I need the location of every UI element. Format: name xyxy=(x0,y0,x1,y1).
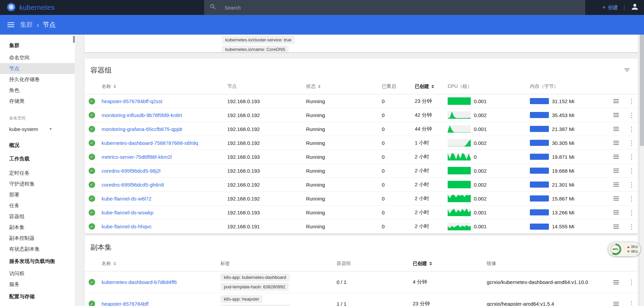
sidebar-item-persistent-volumes[interactable]: 持久化存储卷 xyxy=(0,74,75,85)
kebab-menu-icon[interactable]: ⋮ xyxy=(626,97,638,105)
pod-name-link[interactable]: kube-flannel-ds-w6l72 xyxy=(102,196,151,202)
pod-name-link[interactable]: monitoring-grafana-65ccfb675-qpjdr xyxy=(102,126,182,132)
replica-set-name-link[interactable]: heapster-8576784bff xyxy=(102,301,148,306)
hamburger-menu-icon[interactable] xyxy=(7,22,14,27)
kebab-menu-icon[interactable]: ⋮ xyxy=(626,167,638,175)
logs-icon[interactable] xyxy=(613,183,626,187)
column-header-status[interactable]: 状态 xyxy=(303,83,379,90)
sort-icon xyxy=(318,85,321,88)
pod-name-link[interactable]: metrics-server-75d6ff86f-kkm2l xyxy=(102,154,172,160)
column-header-labels: 标签 xyxy=(218,261,334,267)
column-header-name[interactable]: 名称 xyxy=(99,83,225,90)
kebab-menu-icon[interactable]: ⋮ xyxy=(626,111,638,119)
pod-age: 2 小时 xyxy=(412,223,445,230)
replica-set-pods: 1 / 1 xyxy=(334,301,410,306)
status-ok-icon: ✓ xyxy=(89,301,95,306)
scrollbar-thumb[interactable] xyxy=(640,35,644,146)
sidebar-item-daemon-sets[interactable]: 守护进程集 xyxy=(0,178,75,189)
kebab-menu-icon[interactable]: ⋮ xyxy=(626,209,638,216)
logs-icon[interactable] xyxy=(613,225,626,229)
sidebar-scrollbar-thumb[interactable] xyxy=(73,36,75,43)
sidebar-item-storage-classes[interactable]: 存储类 xyxy=(0,96,75,107)
download-arrow-icon xyxy=(627,251,630,253)
column-header-cpu: CPU（核） xyxy=(445,83,527,90)
pod-name-link[interactable]: coredns-695f96dcd5-98j2l xyxy=(102,168,160,174)
pod-mem-value: 15.867 Mi xyxy=(552,196,574,202)
kebab-menu-icon[interactable]: ⋮ xyxy=(626,223,638,230)
memory-bar xyxy=(530,98,549,104)
search-input[interactable] xyxy=(225,5,547,11)
pod-cpu-value: 0.001 xyxy=(474,98,487,104)
logs-icon[interactable] xyxy=(613,280,626,284)
logs-icon[interactable] xyxy=(613,155,626,159)
sidebar-item-jobs[interactable]: 任务 xyxy=(0,200,75,211)
cpu-sparkline xyxy=(448,139,471,147)
pod-name-link[interactable]: coredns-695f96dcd5-gh6n8 xyxy=(102,182,164,188)
memory-bar xyxy=(530,126,549,132)
sidebar-item-services[interactable]: 服务 xyxy=(0,279,75,290)
column-header-created[interactable]: 已创建 xyxy=(412,83,445,90)
pod-name-link[interactable]: kube-flannel-ds-wswkp xyxy=(102,210,154,215)
sidebar-item-replica-sets[interactable]: 副本集 xyxy=(0,222,75,233)
pod-restarts: 0 xyxy=(379,224,412,229)
kebab-menu-icon[interactable]: ⋮ xyxy=(626,125,638,133)
kebab-menu-icon[interactable]: ⋮ xyxy=(626,195,638,203)
pod-row: ✓ kube-flannel-ds-hhqvc 192.168.0.191 Ru… xyxy=(85,219,638,233)
column-header-name[interactable]: 名称 xyxy=(99,261,218,267)
breadcrumb-cluster[interactable]: 集群 xyxy=(20,20,33,29)
namespace-selector[interactable]: kube-system ▾ xyxy=(0,122,75,136)
replica-set-age: 4 分钟 xyxy=(410,279,484,285)
sidebar-item-replication-controllers[interactable]: 副本控制器 xyxy=(0,233,75,244)
download-speed: 0K/s xyxy=(631,250,638,253)
pod-mem-value: 14.555 Mi xyxy=(552,224,574,229)
sidebar-item-ingresses[interactable]: 访问权 xyxy=(0,268,75,279)
kebab-menu-icon[interactable]: ⋮ xyxy=(626,300,638,306)
logs-icon[interactable] xyxy=(613,302,626,306)
label-chip: kubernetes.io/name: CoreDNS xyxy=(222,45,289,52)
pod-restarts: 0 xyxy=(379,168,412,174)
upload-arrow-icon xyxy=(627,246,630,248)
kebab-menu-icon[interactable]: ⋮ xyxy=(626,181,638,189)
user-avatar-icon[interactable] xyxy=(630,2,639,13)
logs-icon[interactable] xyxy=(613,141,626,145)
sidebar-item-deployments[interactable]: 部署 xyxy=(0,189,75,200)
sidebar-item-roles[interactable]: 角色 xyxy=(0,85,75,96)
brand[interactable]: kubernetes xyxy=(0,2,55,13)
pod-status: Running xyxy=(303,210,379,215)
kebab-menu-icon[interactable]: ⋮ xyxy=(626,139,638,147)
pod-cpu-value: 0.002 xyxy=(474,196,487,202)
sidebar-item-nodes[interactable]: 节点 xyxy=(0,63,75,74)
pod-node: 192.168.0.192 xyxy=(225,140,303,146)
kebab-menu-icon[interactable]: ⋮ xyxy=(626,278,638,286)
pod-name-link[interactable]: kube-flannel-ds-hhqvc xyxy=(102,224,152,229)
sidebar-item-overview[interactable]: 概况 xyxy=(0,138,75,152)
logs-icon[interactable] xyxy=(613,99,626,103)
pod-name-link[interactable]: monitoring-influxdb-9b78f5fd9-kn8rt xyxy=(102,112,182,118)
sidebar-item-cron-jobs[interactable]: 定时任务 xyxy=(0,168,75,178)
pod-cpu-value: 0.001 xyxy=(474,126,487,132)
sidebar-item-pods[interactable]: 容器组 xyxy=(0,211,75,222)
pod-restarts: 0 xyxy=(379,210,412,215)
status-ok-icon: ✓ xyxy=(89,140,95,146)
kebab-menu-icon[interactable]: ⋮ xyxy=(626,153,638,161)
logs-icon[interactable] xyxy=(613,169,626,173)
column-header-created[interactable]: 已创建 xyxy=(410,261,484,267)
pod-age: 23 分钟 xyxy=(412,98,445,104)
pod-name-link[interactable]: kubernetes-dashboard-7588787688-s6h9q xyxy=(102,140,198,146)
pod-restarts: 0 xyxy=(379,182,412,188)
sidebar-item-stateful-sets[interactable]: 有状态副本集 xyxy=(0,244,75,254)
logs-icon[interactable] xyxy=(613,196,626,200)
network-monitor-widget[interactable]: 60% 0K/s 0K/s xyxy=(608,242,641,256)
plus-icon: + xyxy=(602,4,606,11)
logs-icon[interactable] xyxy=(613,127,626,131)
filter-icon[interactable] xyxy=(624,67,630,74)
pod-row: ✓ kube-flannel-ds-w6l72 192.168.0.192 Ru… xyxy=(85,192,638,206)
logs-icon[interactable] xyxy=(613,113,626,117)
logs-icon[interactable] xyxy=(613,210,626,214)
pod-node: 192.168.0.192 xyxy=(225,126,303,132)
memory-bar xyxy=(530,195,549,202)
replica-set-name-link[interactable]: kubernetes-dashboard-b7d6d4ff6 xyxy=(102,279,177,285)
sidebar-item-namespaces[interactable]: 命名空间 xyxy=(0,52,75,63)
pod-name-link[interactable]: heapster-8576784bff-q2sst xyxy=(102,98,162,104)
create-button[interactable]: + 创建 xyxy=(602,4,618,11)
